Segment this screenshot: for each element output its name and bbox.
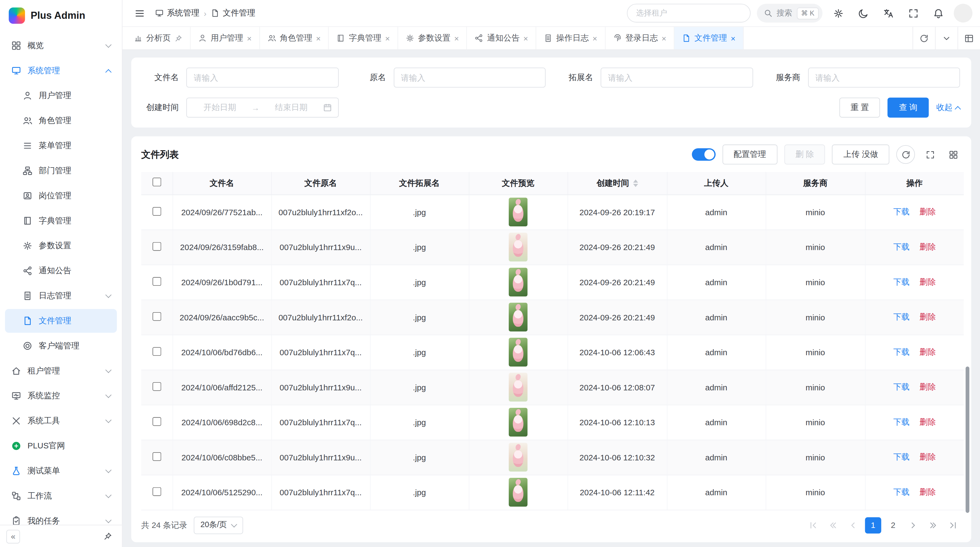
hamburger-menu-icon[interactable] xyxy=(130,4,149,22)
file-preview-image[interactable] xyxy=(509,268,528,297)
close-icon[interactable]: × xyxy=(454,34,459,42)
close-icon[interactable]: × xyxy=(316,34,321,42)
sidebar-item-menu-management[interactable]: 菜单管理 xyxy=(5,134,117,158)
settings-gear-icon[interactable] xyxy=(829,4,848,22)
row-checkbox[interactable] xyxy=(153,452,161,461)
download-link[interactable]: 下载 xyxy=(893,312,910,321)
prev-page-button[interactable] xyxy=(845,517,861,533)
tab-notice[interactable]: 通知公告 × xyxy=(467,27,536,49)
tab-role-management[interactable]: 角色管理 × xyxy=(260,27,329,49)
toggle-switch[interactable] xyxy=(692,148,715,161)
row-checkbox[interactable] xyxy=(153,382,161,391)
sidebar-item-plus-website[interactable]: PLUS官网 xyxy=(5,434,117,458)
file-preview-image[interactable] xyxy=(509,233,528,262)
delete-link[interactable]: 删除 xyxy=(920,312,936,321)
reset-button[interactable]: 重 置 xyxy=(839,97,880,117)
file-preview-image[interactable] xyxy=(509,373,528,402)
tenant-select-input[interactable] xyxy=(627,4,751,22)
provider-input[interactable] xyxy=(808,67,960,88)
file-preview-image[interactable] xyxy=(509,443,528,472)
file-preview-image[interactable] xyxy=(509,408,528,437)
tab-file-management[interactable]: 文件管理 × xyxy=(675,27,744,49)
sidebar-item-role-management[interactable]: 角色管理 xyxy=(5,109,117,132)
delete-link[interactable]: 删除 xyxy=(920,277,936,286)
download-link[interactable]: 下载 xyxy=(893,417,910,426)
sort-icons[interactable] xyxy=(633,180,638,187)
delete-link[interactable]: 删除 xyxy=(920,417,936,426)
delete-link[interactable]: 删除 xyxy=(920,347,936,356)
sidebar-item-notice[interactable]: 通知公告 xyxy=(5,259,117,283)
app-logo[interactable]: Plus Admin xyxy=(0,0,122,31)
fast-prev-button[interactable] xyxy=(825,517,842,533)
extension-input[interactable] xyxy=(601,67,753,88)
delete-button[interactable]: 删 除 xyxy=(784,144,826,164)
sidebar-item-client-management[interactable]: 客户端管理 xyxy=(5,334,117,358)
upload-button[interactable]: 上传 没做 xyxy=(832,144,889,164)
tab-user-management[interactable]: 用户管理 × xyxy=(191,27,260,49)
fast-next-button[interactable] xyxy=(925,517,941,533)
dark-mode-moon-icon[interactable] xyxy=(854,4,872,22)
sidebar-item-my-tasks[interactable]: 我的任务 xyxy=(5,509,117,525)
delete-link[interactable]: 删除 xyxy=(920,452,936,461)
tab-login-log[interactable]: 登录日志 × xyxy=(605,27,675,49)
row-checkbox[interactable] xyxy=(153,487,161,496)
sidebar-item-log-management[interactable]: 日志管理 xyxy=(5,284,117,308)
row-checkbox[interactable] xyxy=(153,277,161,285)
sidebar-item-system-monitor[interactable]: 系统监控 xyxy=(5,384,117,408)
pin-icon[interactable] xyxy=(175,34,183,42)
select-all-checkbox[interactable] xyxy=(153,178,161,187)
row-checkbox[interactable] xyxy=(153,312,161,321)
sidebar-item-system-tools[interactable]: 系统工具 xyxy=(5,409,117,433)
fullscreen-icon[interactable] xyxy=(904,4,923,22)
sidebar-item-tenant-management[interactable]: 租户管理 xyxy=(5,359,117,383)
col-create-time[interactable]: 创建时间 xyxy=(568,172,667,195)
file-preview-image[interactable] xyxy=(509,478,528,507)
search-button[interactable]: 查 询 xyxy=(888,97,929,117)
file-preview-image[interactable] xyxy=(509,198,528,226)
origin-name-input[interactable] xyxy=(393,67,546,88)
notification-bell-icon[interactable] xyxy=(929,4,948,22)
file-name-input[interactable] xyxy=(186,67,338,88)
sidebar-item-file-management[interactable]: 文件管理 xyxy=(5,309,117,333)
file-preview-image[interactable] xyxy=(509,303,528,332)
page-size-select[interactable]: 20条/页 xyxy=(194,516,243,534)
delete-link[interactable]: 删除 xyxy=(920,382,936,391)
download-link[interactable]: 下载 xyxy=(893,347,910,356)
download-link[interactable]: 下载 xyxy=(893,487,910,497)
close-icon[interactable]: × xyxy=(523,34,528,42)
file-preview-image[interactable] xyxy=(509,338,528,367)
sidebar-item-param-settings[interactable]: 参数设置 xyxy=(5,234,117,258)
delete-link[interactable]: 删除 xyxy=(920,487,936,497)
table-scrollbar[interactable] xyxy=(966,367,969,513)
breadcrumb-system-management[interactable]: 系统管理 xyxy=(155,8,199,19)
first-page-button[interactable] xyxy=(805,517,821,533)
download-link[interactable]: 下载 xyxy=(893,277,910,286)
sidebar-item-system-management[interactable]: 系统管理 xyxy=(5,59,117,83)
collapse-filters-link[interactable]: 收起 xyxy=(936,102,960,113)
row-checkbox[interactable] xyxy=(153,417,161,426)
tab-param-settings[interactable]: 参数设置 × xyxy=(398,27,467,49)
config-management-button[interactable]: 配置管理 xyxy=(722,144,777,164)
global-search-button[interactable]: 搜索 ⌘ K xyxy=(757,4,822,22)
sidebar-item-test-menu[interactable]: 测试菜单 xyxy=(5,459,117,483)
layout-icon[interactable] xyxy=(958,27,980,49)
tab-analysis[interactable]: 分析页 xyxy=(126,27,191,49)
sidebar-item-department-management[interactable]: 部门管理 xyxy=(5,159,117,182)
next-page-button[interactable] xyxy=(905,517,921,533)
column-settings-button[interactable] xyxy=(945,146,961,163)
close-icon[interactable]: × xyxy=(385,34,390,42)
pin-sidebar-button[interactable] xyxy=(99,528,116,545)
download-link[interactable]: 下载 xyxy=(893,382,910,391)
download-link[interactable]: 下载 xyxy=(893,452,910,461)
refresh-list-button[interactable] xyxy=(896,145,915,164)
close-icon[interactable]: × xyxy=(592,34,597,42)
sidebar-collapse-button[interactable]: « xyxy=(6,529,20,543)
sidebar-item-overview[interactable]: 概览 xyxy=(5,34,117,57)
tab-menu-chevron-icon[interactable] xyxy=(935,27,958,49)
download-link[interactable]: 下载 xyxy=(893,242,910,252)
row-checkbox[interactable] xyxy=(153,242,161,250)
refresh-tab-icon[interactable] xyxy=(913,27,935,49)
row-checkbox[interactable] xyxy=(153,347,161,356)
close-icon[interactable]: × xyxy=(662,34,666,42)
tab-operation-log[interactable]: 操作日志 × xyxy=(536,27,605,49)
